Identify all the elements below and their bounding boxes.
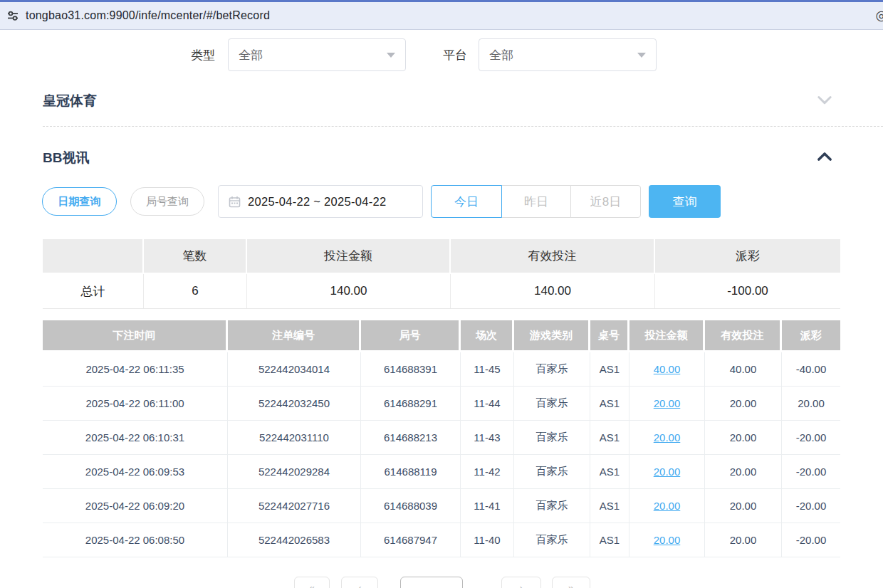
- cell-order-no: 522442029284: [228, 455, 361, 488]
- summary-header-blank: [43, 239, 144, 273]
- header-payout: 派彩: [782, 320, 840, 350]
- cell-bet-amount: 20.00: [629, 455, 705, 488]
- cell-payout: -20.00: [782, 455, 840, 488]
- cell-session: 11-45: [461, 352, 514, 386]
- cell-game-type: 百家乐: [514, 421, 590, 454]
- today-button[interactable]: 今日: [431, 185, 502, 218]
- cell-payout: -20.00: [782, 523, 840, 557]
- bet-amount-link[interactable]: 20.00: [654, 500, 681, 512]
- browser-address-bar[interactable]: tongbao31.com:9900/infe/mcenter/#/betRec…: [0, 2, 883, 30]
- chevron-down-icon: [637, 53, 646, 58]
- cell-session: 11-40: [461, 523, 514, 557]
- type-filter-value: 全部: [239, 47, 263, 63]
- platform-filter-label: 平台: [443, 47, 467, 63]
- bet-amount-link[interactable]: 20.00: [654, 431, 681, 443]
- cell-bet-time: 2025-04-22 06:09:20: [43, 489, 228, 523]
- bet-amount-link[interactable]: 20.00: [654, 397, 681, 409]
- table-row: 2025-04-22 06:11:35 522442034014 6146883…: [43, 352, 840, 387]
- cell-round-no: 614688039: [361, 489, 461, 523]
- bet-record-table: 下注时间 注单编号 局号 场次 游戏类别 桌号 投注金额 有效投注 派彩 202…: [43, 320, 840, 557]
- header-table-no: 桌号: [590, 320, 629, 350]
- cell-table-no: AS1: [590, 387, 629, 420]
- collapse-chevron-up-icon[interactable]: [815, 147, 835, 167]
- pagination-last-button[interactable]: »: [552, 577, 590, 588]
- collapse-chevron-down-icon[interactable]: [815, 90, 835, 110]
- header-bet-time: 下注时间: [43, 320, 228, 350]
- pagination-prev-button[interactable]: ‹: [341, 577, 378, 588]
- summary-table: 笔数 投注金额 有效投注 派彩 总计 6 140.00 140.00 -100.…: [43, 239, 840, 309]
- cell-payout: 20.00: [782, 387, 840, 420]
- cell-order-no: 522442026583: [228, 523, 361, 557]
- cell-order-no: 522442027716: [228, 489, 361, 523]
- cell-order-no: 522442034014: [228, 352, 361, 386]
- summary-total-label: 总计: [43, 274, 144, 308]
- cell-bet-time: 2025-04-22 06:08:50: [43, 523, 228, 557]
- cell-bet-amount: 20.00: [629, 489, 705, 523]
- cell-table-no: AS1: [590, 489, 629, 523]
- pagination-next-button[interactable]: ›: [501, 577, 541, 588]
- cell-valid-bet: 20.00: [705, 455, 782, 488]
- cell-session: 11-41: [461, 489, 514, 523]
- bet-amount-link[interactable]: 40.00: [654, 363, 681, 375]
- cell-session: 11-43: [461, 421, 514, 454]
- cell-table-no: AS1: [590, 523, 629, 557]
- cell-order-no: 522442032450: [228, 387, 361, 420]
- section-divider: [43, 126, 883, 127]
- cell-payout: -40.00: [782, 352, 840, 386]
- summary-total-payout: -100.00: [655, 274, 840, 308]
- header-valid-bet: 有效投注: [705, 320, 782, 350]
- cell-table-no: AS1: [590, 421, 629, 454]
- cell-game-type: 百家乐: [514, 489, 590, 523]
- tab-date-query[interactable]: 日期查询: [42, 187, 117, 216]
- cell-bet-time: 2025-04-22 06:10:31: [43, 421, 228, 454]
- summary-total-valid: 140.00: [451, 274, 655, 308]
- cell-bet-amount: 20.00: [629, 421, 705, 454]
- yesterday-button[interactable]: 昨日: [501, 185, 571, 218]
- cell-bet-time: 2025-04-22 06:11:35: [43, 352, 228, 386]
- platform-filter-select[interactable]: 全部: [479, 38, 657, 71]
- pagination-page-box[interactable]: [400, 577, 463, 588]
- table-row: 2025-04-22 06:09:53 522442029284 6146881…: [43, 455, 840, 489]
- site-settings-icon[interactable]: [6, 9, 20, 23]
- tab-round-query[interactable]: 局号查询: [130, 187, 204, 216]
- cell-game-type: 百家乐: [514, 387, 590, 420]
- bet-table-body: 2025-04-22 06:11:35 522442034014 6146883…: [43, 352, 840, 557]
- bet-amount-link[interactable]: 20.00: [654, 534, 681, 546]
- search-button[interactable]: 查询: [649, 185, 721, 218]
- bet-table-header-row: 下注时间 注单编号 局号 场次 游戏类别 桌号 投注金额 有效投注 派彩: [43, 320, 840, 350]
- calendar-icon: [229, 196, 241, 208]
- url-text[interactable]: tongbao31.com:9900/infe/mcenter/#/betRec…: [26, 9, 270, 22]
- cell-order-no: 522442031110: [228, 421, 361, 454]
- cell-table-no: AS1: [590, 455, 629, 488]
- cell-bet-time: 2025-04-22 06:11:00: [43, 387, 228, 420]
- header-order-no: 注单编号: [228, 320, 361, 350]
- bet-amount-link[interactable]: 20.00: [654, 466, 681, 478]
- section-title-bb-video: BB视讯: [43, 149, 89, 167]
- summary-header-valid: 有效投注: [451, 239, 655, 273]
- date-range-picker[interactable]: 2025-04-22 ~ 2025-04-22: [218, 185, 423, 218]
- cell-valid-bet: 20.00: [705, 387, 782, 420]
- type-filter-select[interactable]: 全部: [228, 38, 406, 71]
- table-row: 2025-04-22 06:09:20 522442027716 6146880…: [43, 489, 840, 523]
- summary-total-count: 6: [144, 274, 247, 308]
- pagination-first-button[interactable]: «: [294, 577, 330, 588]
- cell-payout: -20.00: [782, 489, 840, 523]
- section-title-crown-sports: 皇冠体育: [43, 92, 97, 110]
- cell-round-no: 614688291: [361, 387, 461, 420]
- table-row: 2025-04-22 06:11:00 522442032450 6146882…: [43, 387, 840, 421]
- cell-bet-time: 2025-04-22 06:09:53: [43, 455, 228, 488]
- cell-session: 11-42: [461, 455, 514, 488]
- date-range-value: 2025-04-22 ~ 2025-04-22: [248, 195, 387, 209]
- summary-header-payout: 派彩: [655, 239, 840, 273]
- target-icon[interactable]: ◎: [875, 8, 883, 23]
- chevron-down-icon: [387, 53, 395, 58]
- last-8-days-button[interactable]: 近8日: [570, 185, 641, 218]
- summary-total-row: 总计 6 140.00 140.00 -100.00: [43, 274, 840, 309]
- summary-total-bet: 140.00: [247, 274, 451, 308]
- cell-round-no: 614688213: [361, 421, 461, 454]
- cell-game-type: 百家乐: [514, 455, 590, 488]
- cell-valid-bet: 20.00: [705, 489, 782, 523]
- table-row: 2025-04-22 06:10:31 522442031110 6146882…: [43, 421, 840, 455]
- header-game-type: 游戏类别: [514, 320, 590, 350]
- summary-header-count: 笔数: [144, 239, 247, 273]
